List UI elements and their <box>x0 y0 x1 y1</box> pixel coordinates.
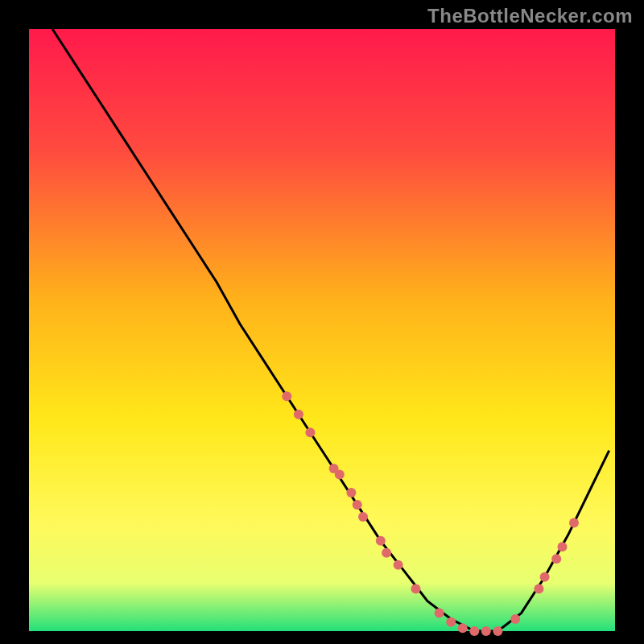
sample-point <box>534 584 543 594</box>
bottleneck-chart <box>0 0 644 644</box>
sample-point <box>469 626 479 636</box>
sample-point <box>282 391 291 401</box>
sample-point <box>358 512 368 522</box>
sample-point <box>481 626 491 636</box>
sample-point <box>353 500 362 510</box>
sample-point <box>346 488 356 497</box>
watermark-label: TheBottleNecker.com <box>427 5 633 27</box>
sample-point <box>558 542 568 551</box>
sample-point <box>458 623 468 633</box>
sample-point <box>435 609 444 618</box>
sample-point <box>540 572 550 582</box>
chart-frame: TheBottleNecker.com <box>0 0 644 644</box>
sample-point <box>294 410 303 419</box>
sample-point <box>382 548 391 558</box>
sample-point <box>335 470 345 480</box>
sample-point <box>569 518 579 527</box>
plot-background <box>29 29 615 631</box>
sample-point <box>376 536 386 546</box>
sample-point <box>446 617 456 627</box>
sample-point <box>551 554 561 564</box>
sample-point <box>394 560 403 570</box>
sample-point <box>305 427 315 437</box>
sample-point <box>510 614 520 624</box>
sample-point <box>411 584 421 594</box>
sample-point <box>493 626 502 636</box>
